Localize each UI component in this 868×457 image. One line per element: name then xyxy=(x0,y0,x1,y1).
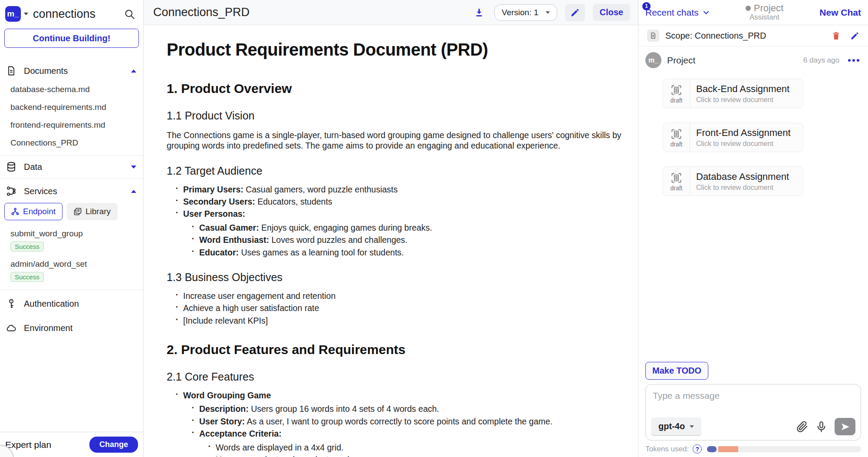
document-content[interactable]: Product Requirements Document (PRD)1. Pr… xyxy=(144,25,638,457)
doc-list: Description: Users group 16 words into 4… xyxy=(183,404,628,457)
doc-list-item: Word Enthusiast: Loves word puzzles and … xyxy=(199,235,628,245)
download-button[interactable] xyxy=(472,5,487,20)
logo-caret-icon[interactable] xyxy=(24,13,28,15)
search-icon xyxy=(124,8,135,20)
plan-row: Expert plan Change xyxy=(0,432,143,457)
tokens-label: Tokens used: xyxy=(645,445,689,454)
pencil-icon[interactable] xyxy=(850,31,859,40)
version-selector[interactable]: Version: 1 xyxy=(494,4,557,21)
collapse-caret-icon[interactable] xyxy=(131,190,136,193)
chevron-down-icon xyxy=(703,9,710,16)
edit-document-button[interactable] xyxy=(565,4,585,21)
sidebar-item-authentication[interactable]: Authentication xyxy=(0,293,143,315)
version-selector-value: Version: 1 xyxy=(502,8,539,17)
chat-panel: 1 Recent chats Project Assistant New Cha… xyxy=(638,0,868,457)
chevron-down-icon xyxy=(546,11,550,14)
card-body: Back-End AssignmentClick to review docum… xyxy=(690,79,796,108)
chat-footer: Make TODO gpt-4o Tokens used: ? xyxy=(638,362,868,457)
cloud-icon xyxy=(6,323,16,333)
app-logo[interactable]: m_ xyxy=(5,6,21,22)
avatar: m_ xyxy=(645,52,661,68)
sidebar-document-item[interactable]: Connections_PRD xyxy=(0,134,143,152)
doc-list: Words are displayed in a 4x4 grid.Users … xyxy=(199,443,628,457)
microphone-icon[interactable] xyxy=(815,421,827,433)
doc-list-item: Educator: Uses games as a learning tool … xyxy=(199,248,628,258)
doc-list-item: Acceptance Criteria:Words are displayed … xyxy=(199,429,628,457)
draft-badge: draft xyxy=(670,185,682,192)
assignment-card[interactable]: draftDatabase AssignmentClick to review … xyxy=(663,166,803,196)
tab-endpoint[interactable]: Endpoint xyxy=(4,203,62,220)
database-icon xyxy=(6,162,16,172)
collapse-caret-icon[interactable] xyxy=(131,70,136,73)
endpoint-item[interactable]: submit_word_groupSuccess xyxy=(0,225,143,256)
download-icon xyxy=(473,7,485,18)
continue-building-button[interactable]: Continue Building! xyxy=(4,29,139,48)
sidebar-item-services[interactable]: Services xyxy=(0,181,143,201)
draft-badge: draft xyxy=(670,141,682,148)
recent-chats-dropdown[interactable]: 1 Recent chats xyxy=(645,7,710,18)
scope-label: Scope: Connections_PRD xyxy=(665,31,825,41)
plan-label: Expert plan xyxy=(5,440,51,450)
library-icon xyxy=(74,208,82,215)
message-input[interactable] xyxy=(652,390,855,414)
message-more-menu[interactable] xyxy=(846,57,861,63)
card-title: Front-End Assignment xyxy=(696,127,791,139)
sidebar-item-data[interactable]: Data xyxy=(0,157,143,178)
expand-caret-icon[interactable] xyxy=(131,166,136,169)
search-button[interactable] xyxy=(122,7,137,22)
card-body: Database AssignmentClick to review docum… xyxy=(690,167,795,195)
scope-row: Scope: Connections_PRD xyxy=(638,25,868,46)
doc-list-item: User Story: As a user, I want to group w… xyxy=(199,417,628,427)
trash-icon[interactable] xyxy=(832,31,841,40)
sidebar-item-environment[interactable]: Environment xyxy=(0,317,143,339)
sidebar-document-item[interactable]: frontend-requirements.md xyxy=(0,116,143,134)
card-subtitle: Click to review document xyxy=(696,140,791,148)
paperclip-icon[interactable] xyxy=(796,421,808,433)
card-draft-cell: draft xyxy=(663,167,690,195)
card-body: Front-End AssignmentClick to review docu… xyxy=(690,123,797,152)
doc-list-item: Word Grouping GameDescription: Users gro… xyxy=(183,391,628,457)
document-title: Connections_PRD xyxy=(153,6,464,19)
scope-actions xyxy=(832,31,859,40)
tab-library[interactable]: Library xyxy=(67,203,118,220)
assignment-card[interactable]: draftBack-End AssignmentClick to review … xyxy=(663,79,803,108)
recent-chats-badge: 1 xyxy=(642,2,651,10)
doc-list: Casual Gamer: Enjoys quick, engaging gam… xyxy=(183,223,628,258)
status-dot-icon xyxy=(746,6,751,11)
documents-label: Documents xyxy=(24,66,68,76)
assignment-card[interactable]: draftFront-End AssignmentClick to review… xyxy=(663,123,803,152)
draft-scan-icon xyxy=(671,84,682,96)
message-input-box: gpt-4o xyxy=(645,384,861,440)
send-button[interactable] xyxy=(835,418,855,435)
doc-list-item: Users can select and unselect words. xyxy=(216,455,628,457)
endpoint-icon xyxy=(11,208,19,215)
endpoint-name: admin/add_word_set xyxy=(10,259,137,269)
services-label: Services xyxy=(24,186,57,196)
endpoint-item[interactable]: admin/add_word_setSuccess xyxy=(0,256,143,286)
recent-chats-label: Recent chats xyxy=(645,7,699,18)
model-selector-value: gpt-4o xyxy=(658,421,685,431)
assistant-subtitle: Assistant xyxy=(750,13,779,21)
draft-scan-icon xyxy=(671,172,682,184)
input-actions: gpt-4o xyxy=(651,417,855,436)
documents-section: Documents database-schema.mdbackend-requ… xyxy=(0,61,143,156)
help-icon[interactable]: ? xyxy=(693,444,702,454)
change-plan-button[interactable]: Change xyxy=(89,437,138,453)
doc-h3: 1.1 Product Vision xyxy=(167,109,628,122)
close-document-button[interactable]: Close xyxy=(593,4,630,21)
doc-h1: Product Requirements Document (PRD) xyxy=(167,40,628,60)
token-usage-segment-blue xyxy=(707,446,717,452)
message-sender-row: m_ Project 6 days ago xyxy=(645,52,861,68)
file-icon xyxy=(6,66,16,76)
new-chat-button[interactable]: New Chat xyxy=(819,7,861,18)
sidebar-item-documents[interactable]: Documents xyxy=(0,61,143,81)
sidebar-document-item[interactable]: database-schema.md xyxy=(0,81,143,99)
make-todo-button[interactable]: Make TODO xyxy=(645,362,708,380)
doc-h3: 2.1 Core Features xyxy=(167,371,628,383)
doc-h2: 2. Product Features and Requirements xyxy=(167,342,628,357)
endpoints-list: submit_word_groupSuccessadmin/add_word_s… xyxy=(0,225,143,286)
sidebar-document-item[interactable]: backend-requirements.md xyxy=(0,99,143,116)
tab-endpoint-label: Endpoint xyxy=(23,207,56,216)
doc-list-item: Secondary Users: Educators, students xyxy=(183,197,628,207)
model-selector[interactable]: gpt-4o xyxy=(651,417,701,436)
